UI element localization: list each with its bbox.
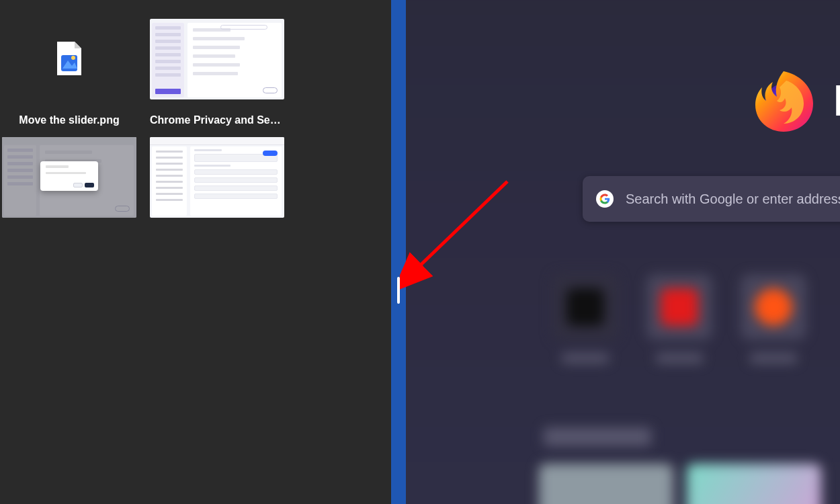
recent-card[interactable]	[687, 464, 821, 504]
file-label: Move the slider.png	[19, 114, 119, 126]
file-item-chrome-privacy[interactable]: Chrome Privacy and Securi...	[149, 19, 285, 126]
image-file-icon	[54, 40, 84, 78]
google-icon	[596, 190, 614, 208]
file-thumbnail	[2, 137, 136, 218]
shortcut-row	[552, 274, 806, 363]
search-bar[interactable]: Search with Google or enter address	[583, 176, 840, 222]
file-thumbnail	[150, 19, 284, 99]
firefox-logo-icon	[750, 67, 817, 134]
recent-activity-cards	[539, 464, 821, 504]
file-thumbnail	[2, 19, 136, 99]
file-item-settings-screenshot[interactable]	[149, 137, 285, 218]
recent-card[interactable]	[539, 464, 673, 504]
svg-point-1	[71, 56, 75, 60]
firefox-new-tab-pane: F Search with Google or enter address	[406, 0, 840, 504]
file-thumbnail	[150, 137, 284, 218]
divider-handle[interactable]	[397, 277, 400, 304]
shortcut-reddit[interactable]	[741, 274, 806, 363]
shortcut-x[interactable]	[552, 274, 618, 363]
recent-activity-heading	[544, 427, 651, 446]
file-label: Chrome Privacy and Securi...	[150, 114, 284, 126]
file-grid: Move the slider.png	[0, 0, 391, 218]
shortcut-youtube[interactable]	[646, 274, 712, 363]
firefox-brand: F	[750, 67, 840, 134]
firefox-wordmark: F	[833, 76, 840, 126]
file-item-move-slider[interactable]: Move the slider.png	[1, 19, 137, 126]
file-item-dialog-screenshot[interactable]	[1, 137, 137, 218]
file-explorer-pane: Move the slider.png	[0, 0, 391, 504]
snap-divider[interactable]	[391, 0, 406, 504]
search-placeholder: Search with Google or enter address	[626, 192, 840, 207]
